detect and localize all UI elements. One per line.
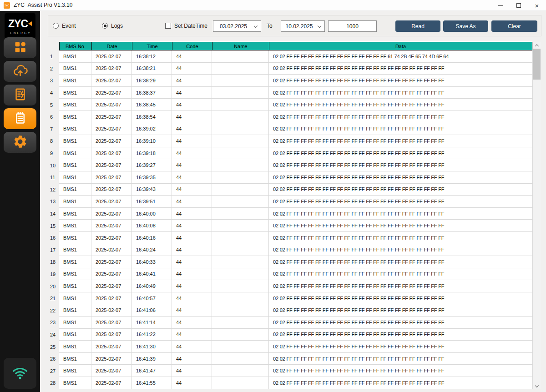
row-number: 27 <box>48 365 59 377</box>
sidebar-item-cloud-upload[interactable] <box>4 61 36 82</box>
cell-code: 44 <box>172 232 212 244</box>
set-datetime-checkbox[interactable]: Set DateTime <box>165 15 207 36</box>
table-row[interactable]: BMS12025-02-0716:39:274402 02 FF FF FF F… <box>59 159 532 171</box>
row-number: 23 <box>48 317 59 329</box>
table-row[interactable]: BMS12025-02-0716:39:434402 02 FF FF FF F… <box>59 184 532 196</box>
cell-name <box>212 87 269 99</box>
cell-code: 44 <box>172 147 212 159</box>
scroll-down-button[interactable] <box>533 382 541 389</box>
table-row[interactable]: BMS12025-02-0716:39:104402 02 FF FF FF F… <box>59 135 532 147</box>
cell-time: 16:41:06 <box>132 304 172 316</box>
vertical-scrollbar[interactable] <box>533 42 541 389</box>
column-header-date[interactable]: Date <box>92 42 132 50</box>
table-row[interactable]: BMS12025-02-0716:41:064402 02 FF FF FF F… <box>59 304 532 317</box>
table-row[interactable]: BMS12025-02-0716:39:354402 02 FF FF FF F… <box>59 171 532 184</box>
column-header-code[interactable]: Code <box>172 42 212 50</box>
scroll-up-button[interactable] <box>533 42 541 49</box>
column-header-data[interactable]: Data <box>269 42 532 50</box>
cell-date: 2025-02-07 <box>91 268 132 280</box>
table-row[interactable]: BMS12025-02-0716:40:164402 02 FF FF FF F… <box>59 232 532 244</box>
date-from-select[interactable]: 03.02.2025 <box>213 20 261 32</box>
table-row[interactable]: BMS12025-02-0716:40:334402 02 FF FF FF F… <box>59 256 532 268</box>
table-row[interactable]: BMS12025-02-0716:40:494402 02 FF FF FF F… <box>59 280 532 292</box>
cell-data: 02 02 FF FF FF FF FF FF FF FF FF FF FF F… <box>269 268 532 280</box>
scrollbar-thumb[interactable] <box>533 49 541 80</box>
sidebar-item-logs[interactable] <box>4 108 36 129</box>
cell-time: 16:39:10 <box>132 135 172 147</box>
row-number: 13 <box>48 196 59 208</box>
table-row[interactable]: BMS12025-02-0716:40:244402 02 FF FF FF F… <box>59 244 532 256</box>
maximize-button[interactable] <box>510 0 528 11</box>
table-row[interactable]: BMS12025-02-0716:41:474402 02 FF FF FF F… <box>59 365 532 377</box>
logo-triangle-icon <box>28 21 32 26</box>
cell-time: 16:41:22 <box>132 329 172 341</box>
table-row[interactable]: BMS12025-02-0716:41:394402 02 FF FF FF F… <box>59 353 532 365</box>
sidebar-item-settings[interactable] <box>4 132 36 153</box>
table-row[interactable]: BMS12025-02-0716:41:304402 02 FF FF FF F… <box>59 341 532 353</box>
cell-date: 2025-02-07 <box>91 280 132 292</box>
table-row[interactable]: BMS12025-02-0716:38:374402 02 FF FF FF F… <box>59 87 532 99</box>
cell-data: 02 02 FF FF FF FF FF FF FF FF FF FF FF F… <box>269 280 532 292</box>
cell-name <box>212 304 269 316</box>
wifi-status-button[interactable] <box>4 358 36 389</box>
cell-date: 2025-02-07 <box>91 329 132 341</box>
column-header-name[interactable]: Name <box>212 42 269 50</box>
date-to-select[interactable]: 10.02.2025 <box>281 20 325 32</box>
minimize-button[interactable] <box>491 0 510 11</box>
close-button[interactable]: × <box>528 0 546 11</box>
row-number: 1 <box>48 50 59 63</box>
column-header-bms[interactable]: BMS No. <box>60 42 92 50</box>
table-row[interactable]: BMS12025-02-0716:39:024402 02 FF FF FF F… <box>59 123 532 136</box>
table-row[interactable]: BMS12025-02-0716:38:544402 02 FF FF FF F… <box>59 111 532 123</box>
logs-radio[interactable]: Logs <box>102 15 123 36</box>
grid-icon <box>13 40 28 56</box>
cell-code: 44 <box>172 159 212 171</box>
read-button[interactable]: Read <box>395 20 440 32</box>
cell-name <box>212 196 269 207</box>
row-number: 24 <box>48 329 59 341</box>
table-row[interactable]: BMS12025-02-0716:39:514402 02 FF FF FF F… <box>59 196 532 208</box>
table-row[interactable]: BMS12025-02-0716:40:004402 02 FF FF FF F… <box>59 208 532 220</box>
cell-date: 2025-02-07 <box>91 256 132 268</box>
table-row[interactable]: BMS12025-02-0716:38:214402 02 FF FF FF F… <box>59 63 532 75</box>
cell-date: 2025-02-07 <box>91 63 132 75</box>
table-row[interactable]: BMS12025-02-0716:40:084402 02 FF FF FF F… <box>59 220 532 232</box>
table-row[interactable]: BMS12025-02-0716:40:414402 02 FF FF FF F… <box>59 268 532 281</box>
cell-date: 2025-02-07 <box>91 50 132 62</box>
table-row[interactable]: BMS12025-02-0716:41:224402 02 FF FF FF F… <box>59 329 532 341</box>
cell-data: 02 02 FF FF FF FF FF FF FF FF FF FF FF F… <box>269 50 532 62</box>
cell-data: 02 02 FF FF FF FF FF FF FF FF FF FF FF F… <box>269 123 532 135</box>
record-limit-input[interactable] <box>328 20 377 32</box>
cell-data: 02 02 FF FF FF FF FF FF FF FF FF FF FF F… <box>269 87 532 99</box>
cell-date: 2025-02-07 <box>91 87 132 99</box>
cell-name <box>212 232 269 244</box>
cell-bms: BMS1 <box>59 317 91 328</box>
table-row[interactable]: BMS12025-02-0716:38:294402 02 FF FF FF F… <box>59 75 532 87</box>
cell-bms: BMS1 <box>59 99 91 111</box>
clear-button[interactable]: Clear <box>491 20 537 32</box>
cell-date: 2025-02-07 <box>91 123 132 135</box>
cell-code: 44 <box>172 63 212 75</box>
table-row[interactable]: BMS12025-02-0716:41:144402 02 FF FF FF F… <box>59 317 532 329</box>
to-label: To <box>267 15 273 36</box>
table-row[interactable]: BMS12025-02-0716:41:554402 02 FF FF FF F… <box>59 377 532 389</box>
cell-name <box>212 147 269 159</box>
sidebar-item-energy-report[interactable] <box>4 85 36 106</box>
cell-name <box>212 268 269 280</box>
wifi-icon <box>11 363 29 383</box>
table-row[interactable]: BMS12025-02-0716:40:574402 02 FF FF FF F… <box>59 292 532 305</box>
table-row[interactable]: BMS12025-02-0716:38:454402 02 FF FF FF F… <box>59 99 532 111</box>
table-row[interactable]: BMS12025-02-0716:39:184402 02 FF FF FF F… <box>59 147 532 160</box>
cell-time: 16:38:37 <box>132 87 172 99</box>
sidebar-item-dashboard[interactable] <box>4 37 36 58</box>
row-number: 25 <box>48 341 59 353</box>
cell-time: 16:40:49 <box>132 280 172 292</box>
chevron-down-icon <box>535 384 539 387</box>
cell-bms: BMS1 <box>59 292 91 304</box>
save-as-button[interactable]: Save As <box>443 20 488 32</box>
event-radio[interactable]: Event <box>53 15 76 36</box>
table-row[interactable]: BMS12025-02-0716:38:124402 02 FF FF FF F… <box>59 50 532 63</box>
cell-name <box>212 292 269 304</box>
cell-bms: BMS1 <box>59 159 91 171</box>
column-header-time[interactable]: Time <box>132 42 172 50</box>
